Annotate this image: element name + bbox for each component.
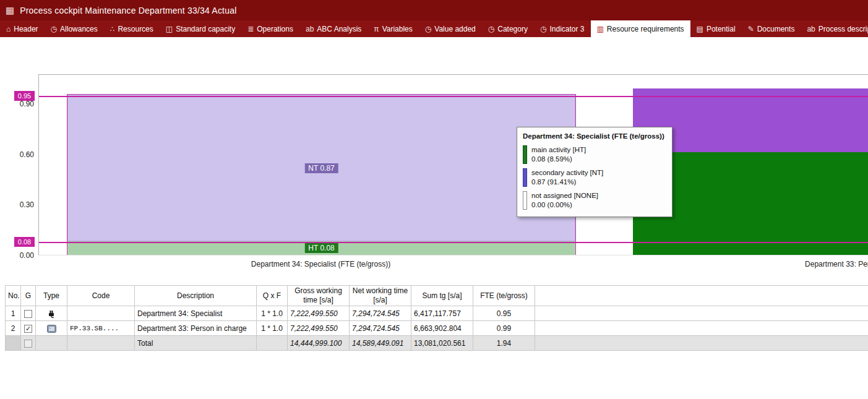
col-header-gross: Gross working time [s/a] (288, 286, 350, 306)
y-tick-060: 0.60 (0, 150, 34, 160)
tab-value-added[interactable]: ◷Value added (419, 20, 482, 37)
tab-standard-capacity[interactable]: ◫Standard capacity (160, 20, 241, 37)
tab-label: Standard capacity (176, 25, 235, 33)
col-header-code: Code (67, 286, 135, 306)
tooltip-entry: main activity [HT] 0.08 (8.59%) (523, 145, 666, 164)
tab-resources[interactable]: ∴Resources (104, 20, 160, 37)
title-bar: ▦ Process cockpit Maintenance Department… (0, 0, 868, 20)
cell-type (36, 321, 67, 336)
cell-g (21, 336, 36, 351)
cell-no (6, 336, 21, 351)
col-header-g: G (21, 286, 36, 306)
cell-g: ✓ (21, 321, 36, 336)
col-header-description: Description (135, 286, 257, 306)
clock-icon: ◷ (425, 25, 431, 33)
ht-segment-label: HT 0.08 (304, 243, 338, 253)
cell-type (36, 336, 67, 351)
tooltip-title: Department 34: Specialist (FTE (te/gross… (523, 132, 666, 140)
tab-allowances[interactable]: ◷Allowances (45, 20, 104, 37)
cell-no: 1 (6, 306, 21, 321)
total-checkbox (24, 340, 32, 348)
col-header-no: No. (6, 286, 21, 306)
legend-swatch-not-assigned (523, 191, 527, 210)
cell-description: Department 34: Specialist (135, 306, 257, 321)
tab-label: ABC Analysis (317, 25, 361, 33)
cell-no: 2 (6, 321, 21, 336)
table-row-2[interactable]: 2 ✓ FP.33.SB.... Department 33: Person i… (6, 321, 868, 336)
col-header-net: Net working time [s/a] (350, 286, 411, 306)
col-header-sum-tg: Sum tg [s/a] (411, 286, 473, 306)
app-icon: ▦ (6, 5, 14, 16)
resources-icon: ∴ (110, 25, 115, 33)
marker-line-008 (39, 242, 868, 243)
cell-filler (535, 321, 868, 336)
clock-icon: ◷ (540, 25, 546, 33)
cell-qxf (257, 336, 288, 351)
row-checkbox[interactable]: ✓ (24, 325, 32, 333)
tab-label: Variables (382, 25, 413, 33)
marker-line-095 (39, 96, 868, 97)
cell-sum-tg: 13,081,020.561 (411, 336, 473, 351)
cell-sum-tg: 6,417,117.757 (411, 306, 473, 321)
cell-fte: 0.95 (473, 306, 535, 321)
cell-net: 7,294,724.545 (350, 321, 411, 336)
bar-segment-main-activity: HT 0.08 (67, 241, 575, 255)
tooltip-entry-label: secondary activity [NT] (531, 168, 603, 178)
cell-net: 7,294,724.545 (350, 306, 411, 321)
tab-resource-requirements[interactable]: ▥Resource requirements (591, 20, 690, 37)
tab-variables[interactable]: πVariables (367, 20, 418, 37)
window-title: Process cockpit Maintenance Department 3… (20, 6, 236, 15)
tab-label: Potential (707, 25, 736, 33)
x-axis-label-dept33: Department 33: Person in charge (FTE (te… (632, 260, 868, 270)
cell-g (21, 306, 36, 321)
tab-label: Operations (257, 25, 293, 33)
table-row-1[interactable]: 1 Department 34: Specialist 1 * 1.0 7,22… (6, 306, 868, 321)
tab-label: Process description (819, 25, 868, 33)
cell-gross: 7,222,499.550 (288, 306, 350, 321)
clock-icon: ◷ (488, 25, 494, 33)
bar-chart-icon: ▥ (597, 25, 604, 33)
tab-label: Indicator 3 (549, 25, 584, 33)
cell-fte: 0.99 (473, 321, 535, 336)
tab-label: Resource requirements (607, 25, 684, 33)
tab-label: Allowances (60, 25, 98, 33)
tab-category[interactable]: ◷Category (482, 20, 534, 37)
marker-value-badge-095: 0.95 (14, 91, 35, 101)
tab-potential[interactable]: ▤Potential (690, 20, 742, 37)
cell-filler (535, 306, 868, 321)
pi-icon: π (374, 25, 379, 33)
table-total-row: Total 14,444,999.100 14,589,449.091 13,0… (6, 336, 868, 351)
resource-requirements-chart: 0.90 0.60 0.30 0.00 0.95 0.08 HT 0.08 NT… (0, 74, 868, 273)
tab-process-description[interactable]: abProcess description (801, 20, 868, 37)
legend-swatch-main-activity (523, 145, 527, 164)
tooltip-entry-value: 0.08 (8.59%) (531, 155, 586, 164)
col-header-type: Type (36, 286, 67, 306)
bar-dept34-specialist[interactable]: HT 0.08 NT 0.87 (67, 94, 576, 255)
col-header-filler (535, 286, 868, 306)
nt-segment-label: NT 0.87 (304, 163, 338, 173)
tab-documents[interactable]: ✎Documents (742, 20, 801, 37)
tab-label: Value added (434, 25, 476, 33)
cell-code (67, 306, 135, 321)
y-tick-000: 0.00 (0, 251, 34, 260)
tooltip-entry: not assigned [NONE] 0.00 (0.00%) (523, 191, 666, 210)
bar-chart-icon: ▤ (697, 25, 703, 33)
clock-icon: ◷ (51, 25, 57, 33)
cell-fte: 1.94 (473, 336, 535, 351)
cell-type (36, 306, 67, 321)
tab-operations[interactable]: ≣Operations (241, 20, 299, 37)
tab-indicator-3[interactable]: ◷Indicator 3 (534, 20, 591, 37)
tab-abc-analysis[interactable]: abABC Analysis (299, 20, 367, 37)
cell-code: FP.33.SB.... (67, 321, 135, 336)
tooltip-entry-label: not assigned [NONE] (531, 191, 598, 200)
chart-tooltip: Department 34: Specialist (FTE (te/gross… (517, 127, 672, 217)
x-axis-label-dept34: Department 34: Specialist (FTE (te/gross… (66, 260, 575, 270)
cell-gross: 14,444,999.100 (288, 336, 350, 351)
cell-net: 14,589,449.091 (350, 336, 411, 351)
row-checkbox[interactable] (24, 310, 32, 318)
marker-value-badge-008: 0.08 (14, 237, 35, 247)
tab-label: Documents (757, 25, 795, 33)
tab-header[interactable]: ⌂Header (0, 20, 45, 37)
plot-area: HT 0.08 NT 0.87 (38, 74, 868, 255)
tooltip-entry-value: 0.87 (91.41%) (531, 178, 603, 187)
